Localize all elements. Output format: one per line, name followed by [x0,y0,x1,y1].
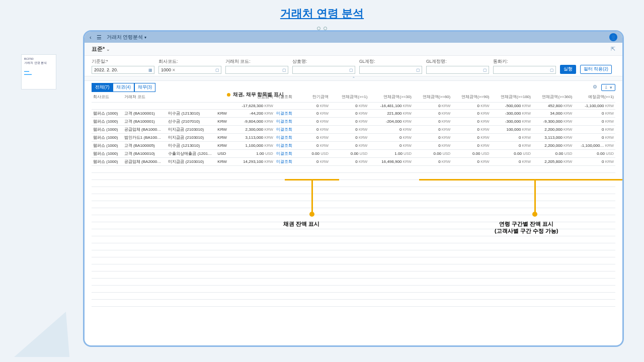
openitem-link[interactable]: 미결조회 [276,135,292,140]
col-sched[interactable]: 예정금액(>=1) [574,92,615,102]
table-row-empty [92,285,615,292]
page-corner-fold [14,312,94,357]
valuehelp-icon[interactable]: ▢ [349,68,353,72]
col-ov60[interactable]: 연체금액(>=60) [413,92,452,102]
col-gl[interactable] [167,92,216,102]
gl-input[interactable]: ▢ [359,66,422,74]
valuehelp-icon[interactable]: ▢ [483,68,487,72]
partnername-input[interactable]: ▢ [292,66,355,74]
table-row[interactable]: 웹퍼스 (1000)공급업체 (BA1000…미지급금 (2103010)KRW… [92,125,615,133]
slide-thumbnail[interactable]: BCF50 거래처 연령 분석 ▬▬▬▬▬ [21,54,56,89]
table-row[interactable]: 웹퍼스 (1000)공급업체 (BA2000…미지급금 (2103010)KRW… [92,157,615,165]
openitem-link[interactable]: 미결조회 [276,111,292,116]
filter-bar: 기준일:* 2022. 2. 20.▦ 회사코드: 1000✕▢ 거래처 코드:… [85,56,622,76]
table-row-empty [92,179,615,187]
col-due[interactable]: 만기금액 [296,92,330,102]
tab-bar: 전체(7) 채권(4) 채무(3) [92,83,155,92]
annotation-balance: 채권 잔액 표시 [283,220,319,228]
chevron-down-icon: ▾ [144,35,146,40]
col-company[interactable]: 회사코드 [92,92,123,102]
table-row-empty [92,299,615,306]
openitem-link[interactable]: 미결조회 [276,127,292,132]
table-row-empty [92,201,615,208]
valuehelp-icon[interactable]: ▢ [215,68,219,72]
filter-label-basedate: 기준일:* [92,59,154,65]
col-ov360[interactable]: 연체금액(>=360) [532,92,574,102]
annotation-dot [309,212,314,217]
annotation-line [419,179,624,180]
openitem-link[interactable]: 미결조회 [276,119,292,124]
table-row[interactable]: 웹퍼스 (1000)고객 (BA100001)미수금 (1213010)KRW-… [92,109,615,117]
table-row-empty [92,257,615,264]
thumb-title: 거래처 연령 분석 [24,61,53,65]
table-row[interactable]: 웹퍼스 (1000)법인카드1 (BA100…미지급금 (2103010)KRW… [92,133,615,141]
user-avatar-icon[interactable]: 👤 [609,33,617,41]
chevron-down-icon: ⌄ [106,47,110,52]
annotation-aging: 연령 구간별 잔액 표시(고객사별 구간 수정 가능) [495,220,558,235]
col-ov30[interactable]: 연체금액(>=30) [369,92,413,102]
col-ov90[interactable]: 연체금액(>=90) [452,92,491,102]
back-icon[interactable]: ‹ [90,34,92,40]
valuehelp-icon[interactable]: ▢ [416,68,420,72]
table-row-empty [92,172,615,179]
table-row-empty [92,292,615,299]
col-ov180[interactable]: 연체금액(>=180) [491,92,532,102]
filter-label-glname: GL계정명: [426,59,489,65]
table-row-empty [92,187,615,194]
share-icon[interactable]: ⇱ [611,46,615,52]
table-row[interactable]: 웹퍼스 (1000)고객 (BA100010)수출외상매출금 (1201…USD… [92,149,615,157]
app-frame: ‹ ☰ 거래처 연령분석 ▾ 👤 표준*⌄ ⇱ 기준일:* 2022. 2. 2… [83,30,624,347]
col-partner[interactable]: 거래처 코드 [123,92,167,102]
annotation-stem [534,179,536,213]
basedate-input[interactable]: 2022. 2. 20.▦ [92,66,154,74]
table-row-empty [92,250,615,257]
table-row-empty [92,243,615,250]
calendar-icon[interactable]: ▦ [148,68,152,72]
openitem-link[interactable]: 미결조회 [276,143,292,148]
partnercode-input[interactable]: ▢ [225,66,288,74]
aging-table: 회사코드 거래처 코드 전표금액 미결조회 만기금액 연체금액(>=1) 연체금… [92,92,615,307]
annotation-dot [532,212,537,217]
tab-payable[interactable]: 채무(3) [134,83,155,92]
thumb-code: BCF50 [24,57,53,61]
callout-tablabel: 채권, 채무 항목별 표시 [227,91,284,98]
table-row-empty [92,194,615,201]
go-button[interactable]: 실행 [560,65,576,74]
variant-bar: 표준*⌄ ⇱ [85,43,622,56]
shell-header: ‹ ☰ 거래처 연령분석 ▾ 👤 [85,32,622,43]
company-input[interactable]: 1000✕▢ [158,66,221,74]
tab-all[interactable]: 전체(7) [92,83,113,92]
filter-label-currency: 통화키: [493,59,556,65]
openitem-link[interactable]: 미결조회 [276,151,292,156]
filter-label-partner: 거래처 코드: [225,59,288,65]
col-ov1[interactable]: 연체금액(>=1) [330,92,369,102]
settings-icon[interactable]: ⚙ [593,84,597,91]
table-row-empty [92,264,615,271]
menu-icon[interactable]: ☰ [97,34,102,41]
valuehelp-icon[interactable]: ▢ [282,68,286,72]
table-row[interactable]: 웹퍼스 (1000)고객 (BA100005)미수금 (1213010)KRW1… [92,141,615,149]
filter-label-partnername: 상호명: [292,59,355,65]
filter-label-gl: GL계정: [359,59,422,65]
glname-input[interactable]: ▢ [426,66,489,74]
table-row-empty [92,278,615,285]
table-row-empty [92,236,615,243]
annotation-stem [311,179,313,213]
table-row[interactable]: 웹퍼스 (1000)고객 (BA100001)선수금 (2107010)KRW-… [92,117,615,125]
valuehelp-icon[interactable]: ▢ [550,68,554,72]
currency-input[interactable]: ▢ [493,66,556,74]
page-title: 거래처 연령 분석 [0,0,644,25]
thumb-preview: ▬▬▬▬▬ [24,69,53,76]
table-row-empty [92,271,615,278]
variant-selector[interactable]: 표준*⌄ [92,45,110,53]
adapt-filters-button[interactable]: 필터 적용(2) [580,65,612,74]
collapse-bar[interactable]: ⌃ [85,76,622,81]
filter-label-company: 회사코드: [158,59,221,65]
export-button[interactable]: ⇩ ▾ [601,84,615,91]
tab-receivable[interactable]: 채권(4) [113,83,134,92]
openitem-link[interactable]: 미결조회 [276,159,292,164]
page-nav-title[interactable]: 거래처 연령분석 ▾ [107,34,147,41]
clear-icon[interactable]: ✕ [172,68,176,72]
table-row-empty [92,165,615,172]
